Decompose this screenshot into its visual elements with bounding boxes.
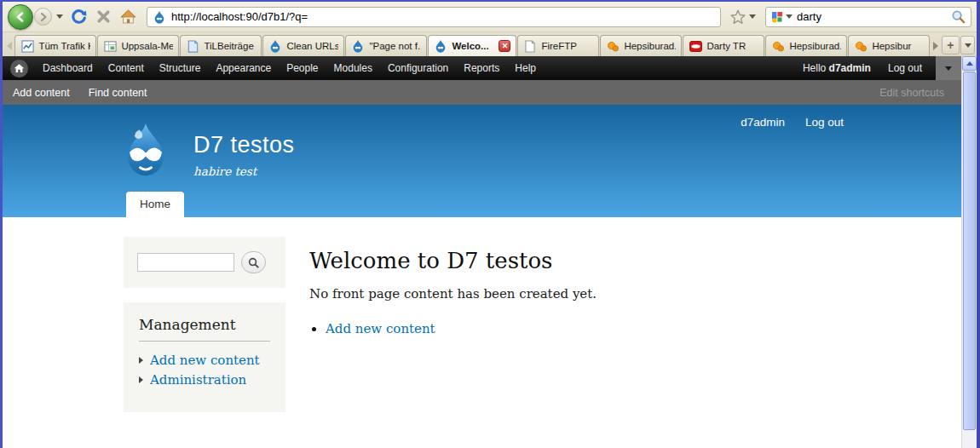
tab-label: Tüm Trafik K... (38, 41, 90, 51)
shortcut-find-content[interactable]: Find content (89, 87, 147, 99)
user-account-link[interactable]: d7admin (741, 116, 785, 129)
tab-scroll-right-icon[interactable] (931, 36, 940, 56)
list-all-tabs-button[interactable] (960, 36, 975, 55)
tab-fireftp[interactable]: FireFTP (517, 35, 599, 56)
drupal-logo[interactable] (121, 122, 170, 178)
drupal-icon (268, 39, 282, 53)
reload-button[interactable] (67, 6, 89, 28)
tab-darty[interactable]: Darty TR (683, 35, 764, 56)
admin-menu-content[interactable]: Content (101, 56, 152, 80)
url-bar[interactable]: http://localhost:90/d7b1/?q= (147, 7, 721, 27)
tab-label: Uppsala-Me... (121, 41, 173, 51)
web-page: Dashboard Content Structure Appearance P… (3, 56, 961, 448)
tab-page-not-found[interactable]: "Page not f... (345, 35, 427, 56)
admin-menu-dashboard[interactable]: Dashboard (35, 56, 101, 80)
admin-menu-appearance[interactable]: Appearance (208, 56, 279, 80)
browser-navigation-toolbar: http://localhost:90/d7b1/?q= darty (3, 2, 977, 32)
tab-tilbeitraege[interactable]: TiLBeiträge ... (180, 35, 262, 56)
management-add-new-content-link[interactable]: Add new content (150, 353, 260, 368)
scrollbar-up-button[interactable] (962, 56, 977, 71)
tab-label: Welco... (452, 41, 494, 51)
tab-strip: Tüm Trafik K... Uppsala-Me... TiLBeiträg… (3, 32, 977, 56)
management-block-title: Management (139, 316, 270, 342)
tab-scroll-left-icon[interactable] (4, 36, 14, 56)
management-menu: Add new content Administration (139, 353, 270, 388)
tab-tum-trafik[interactable]: Tüm Trafik K... (14, 35, 96, 56)
add-new-content-link[interactable]: Add new content (326, 321, 435, 336)
collapsed-arrow-icon[interactable] (139, 357, 143, 364)
vertical-scrollbar[interactable] (961, 56, 977, 448)
search-engine-button[interactable] (771, 11, 793, 23)
admin-toolbar-right: Hello d7admin Log out (803, 56, 961, 80)
google-engine-icon (771, 11, 783, 23)
site-search-button[interactable] (241, 251, 266, 273)
hepsiburada-icon (606, 39, 620, 53)
arrow-up-icon (966, 61, 973, 66)
darty-icon (689, 39, 702, 53)
admin-menu-people[interactable]: People (279, 56, 326, 80)
site-name[interactable]: D7 testos (193, 132, 295, 158)
management-block: Management Add new content Administratio… (124, 302, 285, 412)
bookmark-dropdown-caret[interactable] (747, 9, 758, 26)
tab-label: Clean URLs ... (286, 41, 338, 51)
blank-page-icon (523, 39, 537, 53)
site-search-input[interactable] (137, 253, 234, 272)
url-text[interactable]: http://localhost:90/d7b1/?q= (171, 10, 308, 23)
admin-logout-link[interactable]: Log out (888, 62, 936, 74)
new-tab-button[interactable]: + (942, 36, 960, 55)
tab-hepsiburada-2[interactable]: Hepsiburad... (765, 35, 847, 56)
history-dropdown-caret[interactable] (55, 9, 65, 26)
stop-x-icon (96, 9, 111, 24)
main-menu-home-tab[interactable]: Home (126, 192, 184, 217)
page-content: Management Add new content Administratio… (3, 217, 961, 448)
search-magnifier-icon[interactable] (951, 9, 966, 24)
reload-icon (71, 9, 87, 25)
admin-home-icon[interactable] (10, 60, 28, 78)
forward-button[interactable] (34, 8, 52, 26)
sidebar-first: Management Add new content Administratio… (124, 237, 285, 448)
tab-label: Hepsiburad... (624, 41, 676, 51)
tab-label: Hepsibur (872, 41, 924, 51)
chevron-down-icon (945, 66, 952, 71)
tab-hepsiburada-3[interactable]: Hepsibur (848, 35, 930, 56)
drupal-icon (351, 39, 365, 53)
toolbar-toggle-button[interactable] (936, 56, 961, 80)
home-button[interactable] (117, 6, 139, 28)
document-icon (186, 39, 199, 53)
chevron-down-icon (56, 14, 63, 19)
admin-menu-reports[interactable]: Reports (456, 56, 507, 80)
list-item: Administration (139, 372, 270, 388)
tab-hepsiburada-1[interactable]: Hepsiburad... (600, 35, 682, 56)
tab-label: "Page not f... (369, 41, 421, 51)
tab-clean-urls[interactable]: Clean URLs ... (262, 35, 344, 56)
browser-window: http://localhost:90/d7b1/?q= darty (0, 0, 980, 448)
web-search-input[interactable]: darty (797, 10, 947, 23)
main-menu: Home (126, 192, 184, 217)
site-name-group: D7 testos habire test (193, 122, 295, 178)
page-title: Welcome to D7 testos (309, 248, 597, 273)
chevron-left-icon (7, 42, 12, 50)
tab-uppsala[interactable]: Uppsala-Me... (97, 35, 179, 56)
web-search-box[interactable]: darty (765, 7, 971, 27)
admin-menu-structure[interactable]: Structure (152, 56, 209, 80)
back-button[interactable] (8, 4, 33, 30)
table-grid-icon (103, 39, 117, 53)
logout-link[interactable]: Log out (805, 116, 844, 129)
tab-welcome-active[interactable]: Welco... ✕ (428, 35, 516, 56)
shortcut-bar: Add content Find content Edit shortcuts (3, 80, 961, 105)
admin-menu-help[interactable]: Help (507, 56, 544, 80)
edit-shortcuts-link[interactable]: Edit shortcuts (879, 87, 944, 99)
stop-button[interactable] (92, 6, 114, 28)
collapsed-arrow-icon[interactable] (139, 376, 143, 383)
admin-menu-configuration[interactable]: Configuration (380, 56, 456, 80)
list-item: Add new content (326, 321, 597, 336)
shortcut-add-content[interactable]: Add content (13, 87, 70, 99)
close-tab-icon[interactable]: ✕ (499, 40, 510, 52)
admin-menu-modules[interactable]: Modules (326, 56, 380, 80)
management-administration-link[interactable]: Administration (150, 372, 246, 388)
chevron-down-icon (965, 43, 971, 48)
bookmark-star-icon[interactable] (730, 9, 746, 25)
scrollbar-thumb[interactable] (963, 72, 976, 430)
tab-label: Darty TR (706, 41, 758, 51)
action-links: Add new content (326, 321, 597, 336)
